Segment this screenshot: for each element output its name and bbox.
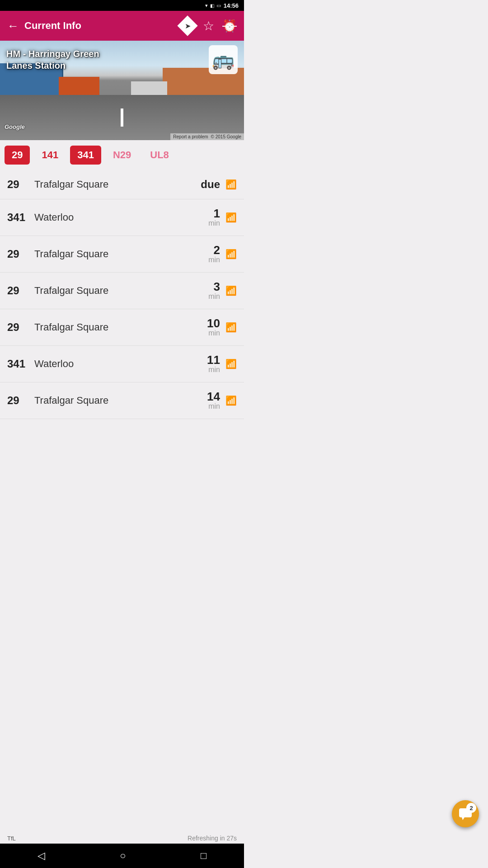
report-problem-area[interactable]: Report a problem © 2015 Google — [170, 133, 244, 140]
arrival-time-unit: min — [208, 219, 220, 227]
arrival-destination: Trafalgar Square — [34, 179, 201, 190]
arrival-number: 29 — [7, 248, 34, 260]
signal-icon: 📶 — [225, 395, 237, 406]
arrival-time: 10 min — [207, 317, 220, 337]
arrival-time-value: 10 — [207, 317, 220, 329]
arrival-row: 29 Trafalgar Square 2 min 📶 — [0, 236, 244, 273]
signal-icon: 📶 — [225, 212, 237, 223]
arrival-time-value: 14 — [207, 391, 220, 402]
arrival-row: 341 Waterloo 11 min 📶 — [0, 346, 244, 382]
sim-icon: ◧ — [210, 3, 214, 8]
bus-tab-141[interactable]: 141 — [34, 146, 66, 165]
arrival-time: 2 min — [208, 244, 220, 264]
arrival-time: 3 min — [208, 281, 220, 301]
app-bar: ← Current Info ➤ ☆ ⏰ — [0, 11, 244, 41]
arrival-time: 11 min — [207, 354, 220, 374]
arrival-time-value: 3 — [214, 281, 220, 292]
arrival-row: 29 Trafalgar Square due 📶 — [0, 170, 244, 199]
back-button[interactable]: ← — [7, 19, 19, 33]
arrival-number: 29 — [7, 394, 34, 407]
arrival-time-unit: min — [208, 402, 220, 410]
arrival-time-unit: min — [208, 292, 220, 301]
station-name: HM - Harringay Green Lanes Station — [6, 48, 99, 71]
arrival-time-value: due — [201, 178, 220, 191]
report-problem-label[interactable]: Report a problem — [173, 134, 208, 139]
page-title: Current Info — [24, 20, 175, 32]
bus-icon-overlay: 🚌 — [209, 45, 238, 74]
arrival-row: 341 Waterloo 1 min 📶 — [0, 199, 244, 236]
signal-icon: 📶 — [225, 359, 237, 369]
google-watermark: Google — [5, 123, 25, 130]
arrivals-list: 29 Trafalgar Square due 📶 341 Waterloo 1… — [0, 170, 244, 446]
arrival-time-value: 1 — [214, 208, 220, 219]
alarm-off-icon[interactable]: ⏰ — [222, 19, 237, 33]
bus-icon: 🚌 — [212, 49, 235, 71]
road-marking — [121, 108, 123, 127]
bus-tab-341[interactable]: 341 — [70, 146, 101, 165]
bus-tab-ul8[interactable]: UL8 — [143, 146, 176, 165]
signal-icon: 📶 — [225, 285, 237, 296]
arrival-time-unit: min — [208, 329, 220, 337]
arrival-number: 29 — [7, 284, 34, 297]
action-buttons: ➤ ☆ ⏰ — [180, 19, 237, 33]
status-icons: ▾ ◧ ▭ — [205, 3, 221, 9]
arrival-destination: Trafalgar Square — [34, 248, 208, 260]
arrival-number: 341 — [7, 358, 34, 370]
arrival-time-value: 11 — [207, 354, 220, 366]
battery-icon: ▭ — [216, 3, 221, 9]
arrival-number: 341 — [7, 211, 34, 224]
wifi-icon: ▾ — [205, 3, 208, 9]
status-bar: ▾ ◧ ▭ 14:56 — [0, 0, 244, 11]
arrival-destination: Waterloo — [34, 358, 207, 370]
arrival-time: 1 min — [208, 208, 220, 227]
signal-icon: 📶 — [225, 322, 237, 333]
bus-tabs: 29 141 341 N29 UL8 — [0, 140, 244, 170]
arrival-row: 29 Trafalgar Square 14 min 📶 — [0, 382, 244, 419]
arrival-destination: Waterloo — [34, 212, 208, 223]
status-time: 14:56 — [224, 2, 239, 9]
street-view: HM - Harringay Green Lanes Station 🚌 Goo… — [0, 41, 244, 140]
arrival-time-value: 2 — [214, 244, 220, 256]
arrival-time-unit: min — [208, 256, 220, 264]
arrival-time: 14 min — [207, 391, 220, 410]
arrival-time: due — [201, 178, 220, 191]
copyright-label: © 2015 Google — [211, 134, 241, 139]
favorite-icon[interactable]: ☆ — [203, 19, 214, 33]
arrival-number: 29 — [7, 321, 34, 334]
directions-icon[interactable]: ➤ — [177, 15, 197, 36]
bus-tab-29[interactable]: 29 — [5, 146, 30, 165]
arrival-number: 29 — [7, 178, 34, 191]
signal-icon: 📶 — [225, 179, 237, 190]
arrival-destination: Trafalgar Square — [34, 395, 207, 406]
arrival-row: 29 Trafalgar Square 3 min 📶 — [0, 273, 244, 309]
arrival-destination: Trafalgar Square — [34, 321, 207, 333]
arrival-time-unit: min — [208, 366, 220, 374]
arrival-destination: Trafalgar Square — [34, 285, 208, 297]
arrival-row: 29 Trafalgar Square 10 min 📶 — [0, 309, 244, 346]
bus-tab-n29[interactable]: N29 — [106, 146, 138, 165]
signal-icon: 📶 — [225, 249, 237, 259]
